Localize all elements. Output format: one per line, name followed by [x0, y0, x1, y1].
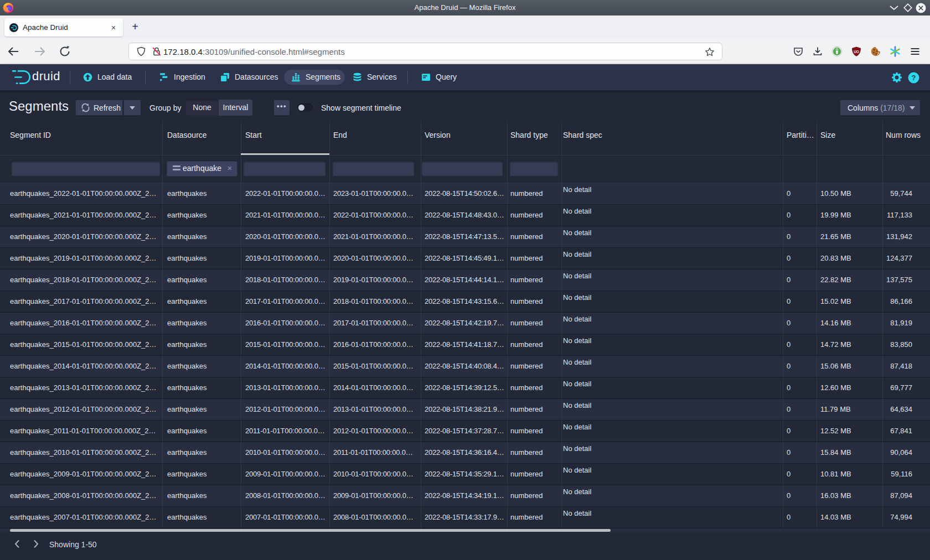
- bookmark-star-icon[interactable]: [705, 47, 715, 57]
- cell-start: 2011-01-01T00:00:00.0…: [245, 421, 326, 442]
- refresh-button[interactable]: Refresh: [75, 100, 123, 116]
- cookie-extension-icon[interactable]: [870, 46, 881, 57]
- window-minimize-icon[interactable]: [889, 0, 901, 15]
- multi-account-extension-icon[interactable]: [890, 46, 901, 57]
- horizontal-scrollbar[interactable]: [10, 529, 611, 532]
- cell-segment-id: earthquakes_2011-01-01T00:00:00.000Z_2…: [10, 421, 158, 442]
- url-bar[interactable]: 172.18.0.4:30109/unified-console.html#se…: [128, 43, 722, 60]
- cell-shard-type: numbered: [510, 421, 558, 442]
- table-row[interactable]: earthquakes_2013-01-01T00:00:00.000Z_2… …: [0, 377, 930, 399]
- column-header-segment-id[interactable]: Segment ID: [10, 131, 158, 139]
- tab-strip: Apache Druid × +: [0, 15, 930, 39]
- group-by-interval-button[interactable]: Interval: [219, 100, 252, 116]
- filter-input-start[interactable]: [244, 162, 326, 176]
- extension-privacy-icon[interactable]: [831, 46, 843, 57]
- cell-shard-type: numbered: [510, 205, 558, 226]
- table-row[interactable]: earthquakes_2007-01-01T00:00:00.000Z_2… …: [0, 507, 930, 528]
- tab-close-icon[interactable]: ×: [108, 23, 118, 33]
- column-header-end[interactable]: End: [333, 131, 416, 139]
- back-icon[interactable]: [7, 45, 20, 58]
- column-header-shard-type[interactable]: Shard type: [510, 131, 558, 139]
- cell-datasource: earthquakes: [167, 507, 236, 528]
- window-maximize-icon[interactable]: [903, 0, 916, 15]
- cell-start: 2012-01-01T00:00:00.0…: [245, 399, 326, 420]
- downloads-icon[interactable]: [812, 46, 823, 57]
- insecure-lock-icon[interactable]: [152, 46, 162, 56]
- table-row[interactable]: earthquakes_2018-01-01T00:00:00.000Z_2… …: [0, 269, 930, 291]
- table-row[interactable]: earthquakes_2015-01-01T00:00:00.000Z_2… …: [0, 334, 930, 356]
- ublock-icon[interactable]: UO: [851, 46, 862, 57]
- forward-icon[interactable]: [33, 45, 46, 58]
- group-by-none-button[interactable]: None: [185, 100, 219, 116]
- table-row[interactable]: earthquakes_2021-01-01T00:00:00.000Z_2… …: [0, 205, 930, 226]
- help-icon[interactable]: ?: [908, 72, 919, 84]
- filter-input-shard-type[interactable]: [510, 162, 558, 176]
- table-row[interactable]: earthquakes_2020-01-01T00:00:00.000Z_2… …: [0, 226, 930, 248]
- refresh-dropdown-button[interactable]: [123, 100, 141, 116]
- cell-datasource: earthquakes: [167, 377, 236, 398]
- filter-input-version[interactable]: [422, 162, 503, 176]
- cell-version: 2022-08-15T14:35:29.1…: [425, 464, 504, 485]
- cell-version: 2022-08-15T14:42:19.7…: [425, 313, 504, 334]
- column-header-num-rows[interactable]: Num rows: [886, 131, 922, 139]
- column-header-shard-spec[interactable]: Shard spec: [563, 131, 779, 139]
- previous-page-icon[interactable]: [12, 539, 23, 549]
- hamburger-menu-icon[interactable]: [910, 46, 921, 57]
- columns-button[interactable]: Columns (17/18): [840, 100, 921, 116]
- column-header-datasource[interactable]: Datasource: [167, 131, 236, 139]
- cell-start: 2019-01-01T00:00:00.0…: [245, 248, 326, 269]
- reload-icon[interactable]: [58, 45, 71, 58]
- svg-text:?: ?: [912, 74, 916, 82]
- next-page-icon[interactable]: [30, 539, 41, 549]
- cell-start: 2016-01-01T00:00:00.0…: [245, 313, 326, 334]
- cell-size: 16.03 MB: [820, 485, 879, 506]
- table-row[interactable]: earthquakes_2012-01-01T00:00:00.000Z_2… …: [0, 399, 930, 421]
- shield-icon[interactable]: [136, 46, 146, 56]
- cell-size: 12.52 MB: [820, 421, 879, 442]
- column-header-size[interactable]: Size: [820, 131, 879, 139]
- table-row[interactable]: earthquakes_2017-01-01T00:00:00.000Z_2… …: [0, 291, 930, 313]
- cell-shard-type: numbered: [510, 485, 558, 506]
- cell-num-rows: 67,841: [882, 421, 912, 442]
- cell-size: 20.83 MB: [820, 248, 879, 269]
- pocket-icon[interactable]: [793, 46, 804, 57]
- filter-input-end[interactable]: [333, 162, 414, 176]
- url-text[interactable]: 172.18.0.4:30109/unified-console.html#se…: [163, 47, 345, 56]
- column-header-version[interactable]: Version: [425, 131, 503, 139]
- cell-shard-type: numbered: [510, 507, 558, 528]
- table-row[interactable]: earthquakes_2011-01-01T00:00:00.000Z_2… …: [0, 421, 930, 442]
- table-row[interactable]: earthquakes_2014-01-01T00:00:00.000Z_2… …: [0, 356, 930, 377]
- cell-segment-id: earthquakes_2012-01-01T00:00:00.000Z_2…: [10, 399, 158, 420]
- cell-version: 2022-08-15T14:40:08.4…: [425, 356, 504, 377]
- remove-filter-icon[interactable]: ×: [226, 164, 234, 172]
- table-row[interactable]: earthquakes_2022-01-01T00:00:00.000Z_2… …: [0, 183, 930, 205]
- window-close-icon[interactable]: [916, 0, 928, 15]
- cell-shard-type: numbered: [510, 183, 558, 204]
- cell-datasource: earthquakes: [167, 334, 236, 355]
- cell-partition: 0: [787, 226, 813, 247]
- cell-segment-id: earthquakes_2016-01-01T00:00:00.000Z_2…: [10, 313, 158, 334]
- datasources-icon: [220, 72, 230, 82]
- table-row[interactable]: earthquakes_2010-01-01T00:00:00.000Z_2… …: [0, 442, 930, 464]
- table-row[interactable]: earthquakes_2016-01-01T00:00:00.000Z_2… …: [0, 313, 930, 334]
- column-header-partition[interactable]: Partition: [787, 131, 814, 139]
- table-row[interactable]: earthquakes_2008-01-01T00:00:00.000Z_2… …: [0, 485, 930, 507]
- cell-version: 2022-08-15T14:41:18.7…: [425, 334, 504, 355]
- segment-timeline-toggle[interactable]: [297, 103, 313, 112]
- filter-input-segment-id[interactable]: [12, 162, 160, 176]
- cell-partition: 0: [787, 291, 813, 312]
- cell-num-rows: 64,634: [882, 399, 912, 420]
- more-options-button[interactable]: •••: [273, 100, 290, 116]
- settings-gear-icon[interactable]: [891, 72, 902, 83]
- browser-tab[interactable]: Apache Druid ×: [4, 18, 123, 37]
- segments-icon: [291, 72, 301, 82]
- column-header-start[interactable]: Start: [245, 131, 325, 139]
- cell-shard-type: numbered: [510, 226, 558, 247]
- cell-shard-spec: No detail: [563, 442, 779, 463]
- datasource-filter-tag[interactable]: earthquake ×: [167, 161, 237, 177]
- cell-shard-spec: No detail: [563, 464, 779, 485]
- cell-partition: 0: [787, 421, 813, 442]
- table-row[interactable]: earthquakes_2019-01-01T00:00:00.000Z_2… …: [0, 248, 930, 269]
- new-tab-button[interactable]: +: [127, 19, 143, 35]
- table-row[interactable]: earthquakes_2009-01-01T00:00:00.000Z_2… …: [0, 464, 930, 485]
